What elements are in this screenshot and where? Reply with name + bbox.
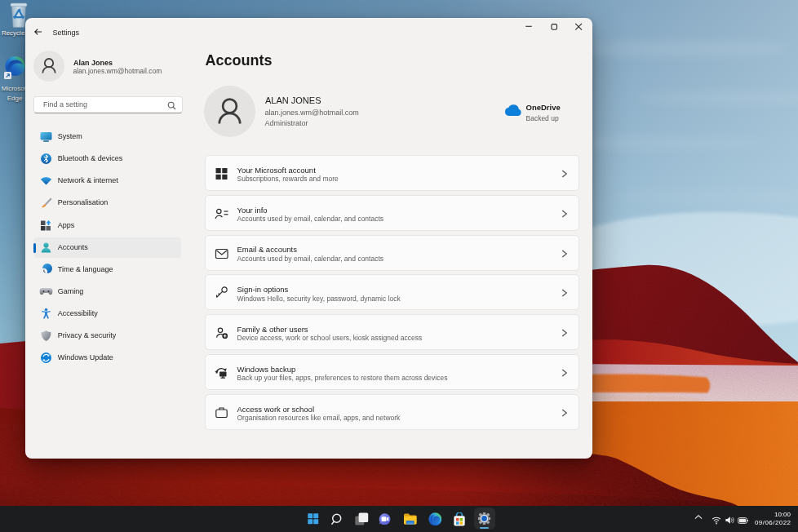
svg-text:09/06/2022: 09/06/2022: [755, 519, 791, 526]
svg-text:10:00: 10:00: [774, 511, 791, 518]
